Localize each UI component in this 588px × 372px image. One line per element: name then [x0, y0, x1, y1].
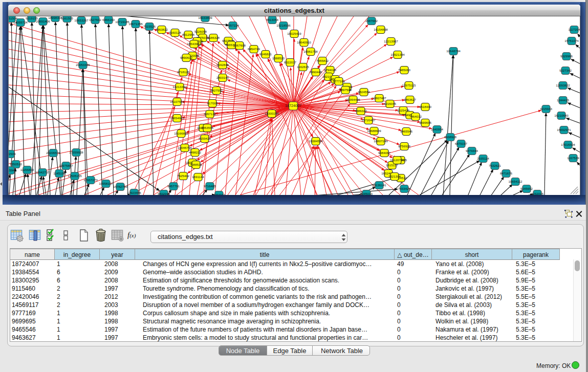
svg-text:16543962: 16543962 [187, 42, 201, 46]
svg-text:9474444: 9474444 [466, 149, 478, 152]
svg-text:1167539: 1167539 [567, 156, 579, 160]
svg-text:20206576: 20206576 [46, 151, 60, 155]
svg-text:12923466: 12923466 [127, 191, 141, 194]
svg-text:9160124: 9160124 [169, 31, 182, 34]
svg-text:10648784: 10648784 [446, 49, 461, 53]
svg-text:8813054: 8813054 [266, 18, 279, 21]
svg-text:6794028: 6794028 [324, 68, 337, 72]
svg-text:6897508: 6897508 [339, 88, 352, 92]
svg-text:18325419: 18325419 [287, 32, 301, 35]
svg-text:10921344: 10921344 [390, 53, 405, 56]
svg-text:17957273: 17957273 [83, 178, 98, 182]
svg-text:18807249: 18807249 [374, 139, 388, 143]
svg-text:7955812: 7955812 [316, 59, 329, 62]
svg-text:3915948: 3915948 [9, 168, 17, 172]
svg-text:20053346: 20053346 [76, 63, 90, 67]
svg-text:8322037: 8322037 [284, 60, 297, 64]
svg-text:1145194: 1145194 [53, 171, 66, 175]
svg-text:18640910: 18640910 [297, 40, 311, 44]
svg-text:7357224: 7357224 [227, 24, 239, 27]
svg-text:7515526: 7515526 [143, 25, 156, 28]
svg-text:3215933: 3215933 [540, 107, 553, 111]
svg-text:18724007: 18724007 [285, 103, 301, 108]
svg-text:10653267: 10653267 [74, 18, 89, 22]
svg-text:1527602: 1527602 [89, 18, 102, 21]
svg-text:1117204: 1117204 [568, 28, 580, 31]
svg-text:6216045: 6216045 [384, 102, 397, 105]
svg-text:7088531: 7088531 [190, 163, 203, 166]
svg-text:14055724: 14055724 [13, 20, 28, 24]
svg-text:19384554: 19384554 [309, 139, 323, 143]
svg-text:8151504: 8151504 [9, 16, 18, 20]
svg-text:9463627: 9463627 [404, 98, 417, 101]
svg-text:16154838: 16154838 [374, 28, 388, 31]
svg-text:1691144: 1691144 [192, 175, 204, 179]
svg-text:10046768: 10046768 [178, 146, 192, 149]
svg-text:2159423: 2159423 [199, 137, 211, 140]
svg-text:931509: 931509 [9, 152, 16, 156]
svg-text:8471676: 8471676 [500, 171, 513, 175]
svg-text:2935114: 2935114 [477, 157, 489, 160]
svg-text:16210643: 16210643 [554, 114, 569, 117]
svg-text:7663822: 7663822 [156, 28, 168, 31]
svg-text:6466160: 6466160 [102, 18, 115, 21]
svg-text:8427552: 8427552 [210, 89, 223, 92]
svg-text:7625402: 7625402 [177, 174, 190, 178]
svg-text:17016504: 17016504 [561, 143, 575, 146]
svg-text:9832045: 9832045 [158, 192, 170, 195]
svg-text:5226058: 5226058 [194, 30, 207, 33]
svg-text:12093822: 12093822 [556, 83, 570, 87]
svg-text:19654923: 19654923 [170, 116, 184, 120]
svg-text:10654112: 10654112 [508, 180, 522, 183]
svg-text:8186328: 8186328 [207, 36, 220, 39]
svg-text:8990448: 8990448 [310, 70, 322, 74]
svg-text:14136141: 14136141 [372, 183, 386, 187]
svg-text:15751074: 15751074 [564, 39, 579, 42]
svg-text:20691406: 20691406 [36, 19, 50, 23]
svg-text:12505155: 12505155 [68, 174, 82, 178]
svg-text:17359928: 17359928 [69, 150, 83, 154]
svg-text:1162615: 1162615 [297, 65, 309, 69]
svg-text:3824554: 3824554 [358, 90, 371, 94]
svg-text:8912954: 8912954 [182, 33, 195, 36]
svg-text:2521304: 2521304 [388, 174, 401, 178]
svg-text:9699695: 9699695 [419, 121, 432, 124]
svg-text:12975115: 12975115 [402, 83, 416, 87]
svg-text:12213967: 12213967 [384, 39, 398, 43]
svg-text:16671355: 16671355 [128, 22, 143, 26]
svg-text:9457791: 9457791 [167, 184, 180, 188]
svg-text:9716485: 9716485 [204, 184, 216, 188]
svg-text:16961758: 16961758 [303, 50, 318, 53]
svg-text:9242848: 9242848 [216, 63, 229, 67]
svg-text:1640954: 1640954 [431, 127, 444, 131]
svg-text:9329966: 9329966 [560, 54, 573, 58]
svg-text:10975887: 10975887 [59, 164, 73, 167]
svg-text:2367608: 2367608 [233, 43, 246, 47]
svg-text:7433426: 7433426 [398, 187, 411, 190]
svg-text:2453594: 2453594 [201, 126, 214, 129]
svg-text:9084067: 9084067 [378, 151, 391, 155]
svg-text:7386322: 7386322 [355, 109, 367, 113]
svg-text:9245652: 9245652 [520, 187, 533, 190]
svg-text:16033809: 16033809 [198, 16, 212, 19]
svg-text:16107554: 16107554 [170, 100, 184, 103]
svg-text:12942737: 12942737 [35, 170, 50, 174]
svg-text:10958107: 10958107 [99, 182, 113, 185]
svg-text:1244415: 1244415 [557, 98, 570, 102]
svg-text:11156809: 11156809 [20, 168, 34, 171]
svg-text:9245013: 9245013 [360, 192, 373, 195]
svg-text:10719185: 10719185 [115, 20, 129, 24]
svg-text:9890612: 9890612 [180, 56, 193, 59]
svg-text:1550510: 1550510 [10, 162, 23, 166]
svg-text:8154042: 8154042 [213, 193, 226, 195]
svg-text:10688609: 10688609 [367, 129, 381, 133]
svg-text:19166822: 19166822 [174, 132, 188, 135]
svg-text:15720407: 15720407 [361, 118, 376, 122]
svg-text:2687682: 2687682 [365, 19, 378, 23]
svg-text:8454749: 8454749 [248, 47, 260, 51]
svg-text:8232015: 8232015 [531, 192, 544, 195]
svg-text:6879197: 6879197 [455, 142, 468, 145]
svg-text:2803144: 2803144 [216, 76, 229, 79]
svg-text:20364436: 20364436 [346, 98, 360, 101]
svg-text:7485063: 7485063 [398, 68, 411, 72]
